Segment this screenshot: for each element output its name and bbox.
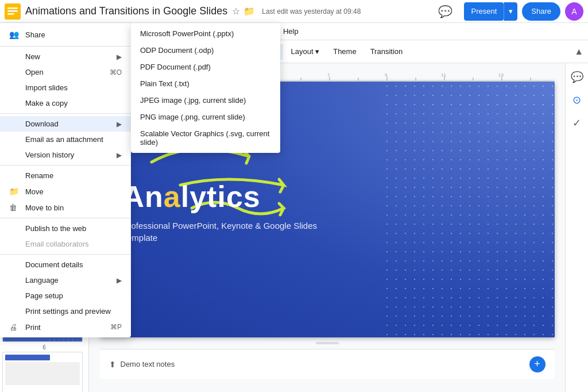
- comment-button[interactable]: 💬: [431, 2, 459, 21]
- theme-button[interactable]: Theme: [327, 44, 362, 60]
- version-arrow: ▶: [117, 151, 122, 159]
- app-logo: [5, 3, 21, 20]
- pdf-label: PDF Document (.pdf): [140, 63, 211, 71]
- transition-button[interactable]: Transition: [365, 44, 409, 60]
- title-bar: Animations and Transitions in Google Sli…: [0, 0, 588, 23]
- menu-rename[interactable]: Rename: [0, 168, 131, 183]
- layout-button[interactable]: Layout ▾: [285, 44, 326, 60]
- download-submenu: Microsoft PowerPoint (.pptx) ODP Documen…: [131, 23, 280, 153]
- star-icon[interactable]: ☆: [232, 6, 240, 17]
- menu-language[interactable]: Language ▶: [0, 272, 131, 288]
- menu-print[interactable]: 🖨 Print ⌘P: [0, 319, 131, 335]
- toolbar-right: ▲: [574, 47, 583, 57]
- menu-share[interactable]: 👥 Share: [0, 26, 131, 43]
- svg-text:9: 9: [385, 72, 388, 78]
- svg-label: Scalable Vector Graphics (.svg, current …: [140, 129, 271, 147]
- notes-text: Demo text notes: [121, 360, 175, 368]
- notes-expand-icon[interactable]: ⬆: [109, 360, 116, 369]
- download-txt[interactable]: Plain Text (.txt): [131, 75, 280, 92]
- sidebar-spellcheck-button[interactable]: ✓: [568, 114, 586, 132]
- download-arrow: ▶: [117, 120, 122, 128]
- folder-move-icon: 📁: [9, 187, 21, 196]
- odp-label: ODP Document (.odp): [140, 46, 214, 55]
- divider-5: [0, 254, 131, 255]
- svg-rect-2: [7, 10, 18, 12]
- download-svg[interactable]: Scalable Vector Graphics (.svg, current …: [131, 125, 280, 151]
- png-label: PNG image (.png, current slide): [140, 113, 245, 121]
- svg-text:11: 11: [441, 72, 446, 78]
- menu-print-settings[interactable]: Print settings and preview: [0, 303, 131, 319]
- menu-import[interactable]: Import slides: [0, 80, 131, 95]
- slide-number-6: 6: [2, 344, 86, 351]
- open-shortcut: ⌘O: [110, 68, 122, 76]
- menu-move[interactable]: 📁 Move: [0, 183, 131, 199]
- doc-title: Animations and Transitions in Google Sli…: [25, 5, 227, 17]
- last-edit: Last edit was yesterday at 09:48: [262, 7, 361, 16]
- comment-icon: 💬: [438, 5, 452, 18]
- share-button[interactable]: Share: [522, 2, 560, 21]
- avatar[interactable]: A: [565, 2, 583, 21]
- svg-text:13: 13: [498, 72, 504, 78]
- share-icon: 👥: [9, 30, 21, 39]
- menu-email-attachment[interactable]: Email as an attachment: [0, 132, 131, 147]
- present-button[interactable]: Present: [464, 2, 504, 21]
- title-icons: ☆ 📁: [232, 6, 255, 17]
- sidebar-chat-button[interactable]: 💬: [568, 68, 586, 86]
- collapse-toolbar-button[interactable]: ▲: [574, 47, 583, 57]
- download-odp[interactable]: ODP Document (.odp): [131, 42, 280, 59]
- download-jpg[interactable]: JPEG image (.jpg, current slide): [131, 92, 280, 109]
- divider-4: [0, 218, 131, 218]
- print-shortcut: ⌘P: [110, 323, 122, 331]
- folder-icon[interactable]: 📁: [243, 6, 255, 17]
- svg-text:7: 7: [327, 72, 330, 78]
- menu-page-setup[interactable]: Page setup: [0, 288, 131, 303]
- menu-email-collab: Email collaborators: [0, 236, 131, 252]
- notes-area: ⬆ Demo text notes +: [100, 349, 555, 379]
- divider-1: [0, 46, 131, 47]
- menu-move-bin[interactable]: 🗑 Move to bin: [0, 199, 131, 216]
- download-pptx[interactable]: Microsoft PowerPoint (.pptx): [131, 25, 280, 42]
- language-arrow: ▶: [117, 276, 122, 285]
- slide-thumb-6[interactable]: 6: [2, 344, 86, 392]
- menu-section-1: 👥 Share: [0, 25, 131, 44]
- menu-download[interactable]: Download ▶: [0, 116, 131, 132]
- slide-preview-6[interactable]: [2, 352, 83, 392]
- divider-3: [0, 165, 131, 166]
- bin-icon: 🗑: [9, 203, 21, 212]
- right-sidebar: 💬 ⊙ ✓: [565, 63, 588, 392]
- print-menu-icon: 🖨: [9, 322, 21, 332]
- svg-rect-1: [7, 7, 18, 9]
- jpg-label: JPEG image (.jpg, current slide): [140, 96, 246, 105]
- menu-new[interactable]: New ▶: [0, 49, 131, 64]
- add-button[interactable]: +: [529, 356, 546, 372]
- download-pdf[interactable]: PDF Document (.pdf): [131, 59, 280, 75]
- sidebar-explore-button[interactable]: ⊙: [568, 91, 586, 109]
- svg-rect-3: [7, 13, 14, 15]
- present-dropdown-button[interactable]: ▾: [504, 2, 517, 21]
- download-png[interactable]: PNG image (.png, current slide): [131, 109, 280, 125]
- scroll-indicator: [316, 342, 339, 344]
- divider-2: [0, 113, 131, 114]
- title-right: 💬 Present ▾ Share A: [431, 2, 583, 21]
- menu-copy[interactable]: Make a copy: [0, 95, 131, 111]
- new-arrow: ▶: [117, 53, 122, 61]
- file-menu-dropdown: 👥 Share New ▶ Open ⌘O Import slides Make…: [0, 23, 131, 337]
- menu-publish[interactable]: Publish to the web: [0, 221, 131, 236]
- menu-open[interactable]: Open ⌘O: [0, 64, 131, 80]
- menu-version-history[interactable]: Version history ▶: [0, 147, 131, 163]
- menu-doc-details[interactable]: Document details: [0, 257, 131, 272]
- menu-item-help[interactable]: Help: [277, 25, 304, 38]
- pptx-label: Microsoft PowerPoint (.pptx): [140, 29, 234, 38]
- dot-pattern-decoration: [382, 82, 555, 337]
- txt-label: Plain Text (.txt): [140, 79, 189, 88]
- slide-subtitle: Professional PowerPoint, Keynote & Googl…: [123, 220, 330, 297]
- scroll-indicator-area: [316, 342, 339, 344]
